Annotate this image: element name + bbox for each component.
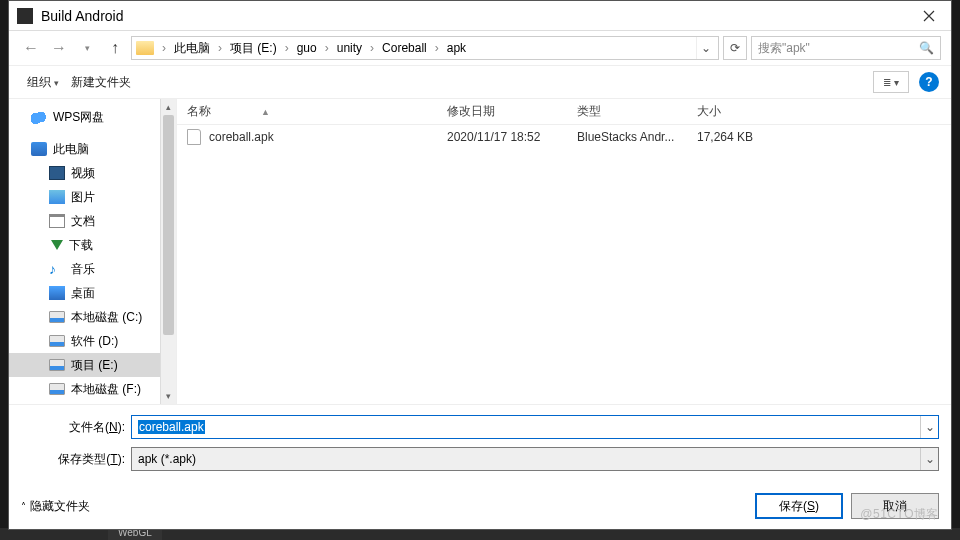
sidebar-item-label: 桌面 [71, 285, 95, 302]
sidebar-item-thispc[interactable]: 此电脑 [9, 137, 176, 161]
folder-icon [136, 41, 154, 55]
forward-button[interactable]: → [47, 36, 71, 60]
col-header-name[interactable]: 名称▲ [177, 103, 437, 120]
toolbar: 组织 新建文件夹 ≣ ▾ ? [9, 65, 951, 99]
nav-row: ← → ▾ ↑ › 此电脑 › 项目 (E:) › guo › unity › … [9, 31, 951, 65]
column-headers: 名称▲ 修改日期 类型 大小 [177, 99, 951, 125]
filename-value: coreball.apk [138, 420, 205, 434]
crumb-pc[interactable]: 此电脑 [170, 38, 214, 59]
col-header-type[interactable]: 类型 [567, 103, 687, 120]
cloud-icon [31, 110, 47, 124]
chevron-right-icon: › [160, 41, 168, 55]
chevron-right-icon: › [433, 41, 441, 55]
save-button[interactable]: 保存(S) [755, 493, 843, 519]
sidebar-item-disk-f[interactable]: 本地磁盘 (F:) [9, 377, 176, 401]
new-folder-button[interactable]: 新建文件夹 [65, 70, 137, 95]
sidebar-item-pictures[interactable]: 图片 [9, 185, 176, 209]
sidebar-item-disk-e[interactable]: 项目 (E:) [9, 353, 176, 377]
disk-icon [49, 335, 65, 347]
sidebar-scrollbar[interactable]: ▴ ▾ [160, 99, 176, 404]
sidebar-item-wps[interactable]: WPS网盘 [9, 105, 176, 129]
sidebar-item-disk-c[interactable]: 本地磁盘 (C:) [9, 305, 176, 329]
file-date: 2020/11/17 18:52 [437, 130, 567, 144]
dialog-body: WPS网盘 此电脑 视频 图片 文档 下载 ♪音乐 桌面 本地磁盘 (C:) 软… [9, 99, 951, 404]
savetype-value: apk (*.apk) [138, 452, 196, 466]
sidebar-item-label: 项目 (E:) [71, 357, 118, 374]
scroll-up-icon[interactable]: ▴ [161, 99, 176, 115]
search-placeholder: 搜索"apk" [758, 40, 919, 57]
sidebar-item-downloads[interactable]: 下载 [9, 233, 176, 257]
col-header-size[interactable]: 大小 [687, 103, 787, 120]
dialog-footer: ˄ 隐藏文件夹 保存(S) 取消 [9, 487, 951, 529]
crumb-drive[interactable]: 项目 (E:) [226, 38, 281, 59]
savetype-row: 保存类型(T): apk (*.apk) ⌄ [21, 447, 939, 471]
titlebar: Build Android [9, 1, 951, 31]
filename-input[interactable]: coreball.apk ⌄ [131, 415, 939, 439]
disk-icon [49, 311, 65, 323]
sidebar-item-label: 下载 [69, 237, 93, 254]
savetype-label: 保存类型(T): [21, 451, 131, 468]
cancel-button[interactable]: 取消 [851, 493, 939, 519]
chevron-up-icon: ˄ [21, 501, 26, 512]
crumb-apk[interactable]: apk [443, 39, 470, 57]
path-dropdown[interactable]: ⌄ [696, 37, 714, 59]
filename-row: 文件名(N): coreball.apk ⌄ [21, 415, 939, 439]
pc-icon [31, 142, 47, 156]
hide-folders-toggle[interactable]: ˄ 隐藏文件夹 [21, 498, 90, 515]
hide-folders-label: 隐藏文件夹 [30, 498, 90, 515]
music-icon: ♪ [49, 262, 65, 276]
window-title: Build Android [41, 8, 906, 24]
path-box[interactable]: › 此电脑 › 项目 (E:) › guo › unity › Coreball… [131, 36, 719, 60]
scrollbar-thumb[interactable] [163, 115, 174, 335]
scroll-down-icon[interactable]: ▾ [161, 388, 176, 404]
sidebar-item-label: 软件 (D:) [71, 333, 118, 350]
close-button[interactable] [906, 1, 951, 31]
sidebar-item-label: 本地磁盘 (C:) [71, 309, 142, 326]
bottom-fields: 文件名(N): coreball.apk ⌄ 保存类型(T): apk (*.a… [9, 404, 951, 487]
sidebar-item-label: 视频 [71, 165, 95, 182]
recent-dd[interactable]: ▾ [75, 36, 99, 60]
doc-icon [49, 214, 65, 228]
help-button[interactable]: ? [919, 72, 939, 92]
search-input[interactable]: 搜索"apk" 🔍 [751, 36, 941, 60]
sidebar-item-music[interactable]: ♪音乐 [9, 257, 176, 281]
file-list[interactable]: coreball.apk 2020/11/17 18:52 BlueStacks… [177, 125, 951, 404]
sidebar-item-label: WPS网盘 [53, 109, 104, 126]
save-dialog: Build Android ← → ▾ ↑ › 此电脑 › 项目 (E:) › … [8, 0, 952, 530]
crumb-guo[interactable]: guo [293, 39, 321, 57]
organize-menu[interactable]: 组织 [21, 70, 65, 95]
image-icon [49, 190, 65, 204]
file-pane: 名称▲ 修改日期 类型 大小 coreball.apk 2020/11/17 1… [177, 99, 951, 404]
close-icon [923, 10, 935, 22]
savetype-dropdown[interactable]: ⌄ [920, 448, 938, 470]
filename-label: 文件名(N): [21, 419, 131, 436]
filename-dropdown[interactable]: ⌄ [920, 416, 938, 438]
chevron-right-icon: › [323, 41, 331, 55]
folder-tree: WPS网盘 此电脑 视频 图片 文档 下载 ♪音乐 桌面 本地磁盘 (C:) 软… [9, 99, 176, 401]
crumb-unity[interactable]: unity [333, 39, 366, 57]
chevron-right-icon: › [368, 41, 376, 55]
sidebar-item-documents[interactable]: 文档 [9, 209, 176, 233]
crumb-coreball[interactable]: Coreball [378, 39, 431, 57]
sidebar-item-videos[interactable]: 视频 [9, 161, 176, 185]
sidebar-item-desktop[interactable]: 桌面 [9, 281, 176, 305]
video-icon [49, 166, 65, 180]
sidebar-item-label: 文档 [71, 213, 95, 230]
file-size: 17,264 KB [687, 130, 787, 144]
chevron-right-icon: › [283, 41, 291, 55]
savetype-select[interactable]: apk (*.apk) ⌄ [131, 447, 939, 471]
col-header-date[interactable]: 修改日期 [437, 103, 567, 120]
up-button[interactable]: ↑ [103, 36, 127, 60]
chevron-right-icon: › [216, 41, 224, 55]
file-name: coreball.apk [209, 130, 274, 144]
refresh-button[interactable]: ⟳ [723, 36, 747, 60]
sidebar: WPS网盘 此电脑 视频 图片 文档 下载 ♪音乐 桌面 本地磁盘 (C:) 软… [9, 99, 177, 404]
sidebar-item-label: 此电脑 [53, 141, 89, 158]
file-row[interactable]: coreball.apk 2020/11/17 18:52 BlueStacks… [177, 125, 951, 149]
back-button[interactable]: ← [19, 36, 43, 60]
sidebar-item-label: 图片 [71, 189, 95, 206]
desktop-icon [49, 286, 65, 300]
sidebar-item-label: 音乐 [71, 261, 95, 278]
sidebar-item-disk-d[interactable]: 软件 (D:) [9, 329, 176, 353]
view-options-button[interactable]: ≣ ▾ [873, 71, 909, 93]
